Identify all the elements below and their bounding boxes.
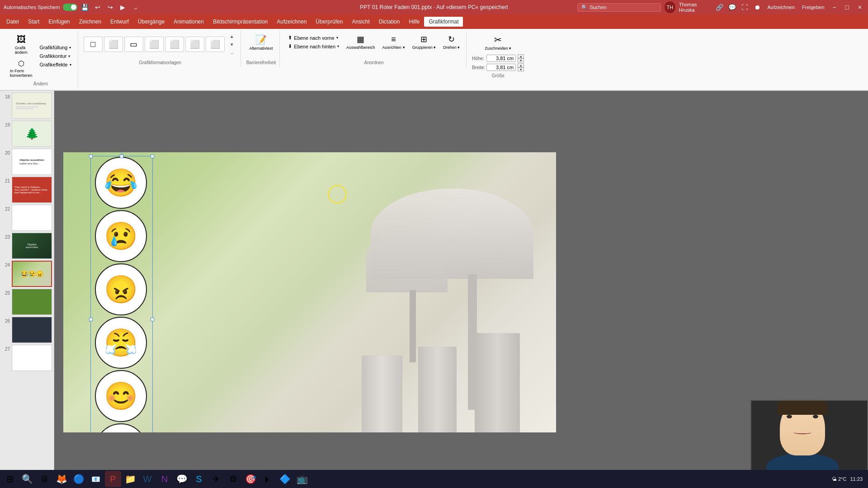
taskbar-outlook-icon[interactable]: 📧	[88, 471, 104, 487]
user-icon[interactable]: TH	[665, 1, 675, 13]
emoji-stack-container[interactable]: 😂 😢 😠 😤 😊 ☺	[90, 157, 154, 432]
ausrichten-btn[interactable]: ≡ Ausrichten ▾	[380, 33, 408, 52]
width-input[interactable]	[486, 64, 516, 71]
zuschneiden-btn[interactable]: ✂ Zuschneiden ▾	[482, 33, 514, 52]
present-icon[interactable]: ▶	[118, 2, 128, 12]
group-groesse: ✂ Zuschneiden ▾ Höhe: ▲ ▼ Breite:	[468, 31, 528, 80]
close-btn[interactable]: ×	[855, 2, 864, 12]
taskbar-firefox-icon[interactable]: 🦊	[53, 471, 70, 487]
save-icon[interactable]: 💾	[80, 2, 90, 12]
taskbar-search-btn[interactable]: 🔍	[19, 471, 35, 487]
shape-presets: □ ⬜ ▭ ⬜ ⬜ ⬜ ⬜ ▲ ▼ ⌵	[84, 33, 237, 56]
slide-thumb-19[interactable]: 19 🌲	[2, 121, 52, 147]
height-up[interactable]: ▲	[518, 54, 524, 58]
shape-4[interactable]: ⬜	[145, 37, 164, 52]
eye-left	[787, 415, 792, 418]
shapes-down-btn[interactable]: ▼	[227, 41, 237, 48]
slide-panel[interactable]: 18 Schreib- und Leseübung 19 🌲 20 Objekt…	[0, 91, 54, 488]
menu-entwurf[interactable]: Entwurf	[106, 17, 133, 27]
slide-thumb-18[interactable]: 18 Schreib- und Leseübung	[2, 93, 52, 119]
taskbar-onenote-icon[interactable]: N	[156, 471, 173, 487]
undo-icon[interactable]: ↩	[93, 2, 103, 12]
menu-datei[interactable]: Datei	[2, 17, 24, 27]
lantern-small	[366, 234, 448, 292]
freigeben-label[interactable]: Freigeben	[800, 2, 826, 12]
menu-hilfe[interactable]: Hilfe	[404, 17, 424, 27]
taskbar-app9-icon[interactable]: 📺	[294, 471, 310, 487]
shape-3[interactable]: ▭	[124, 37, 143, 52]
width-spinner[interactable]: ▲ ▼	[518, 63, 524, 71]
comment-icon[interactable]: 💬	[727, 2, 736, 12]
search-box[interactable]: 🔍 Suchen	[577, 3, 661, 12]
grafikeffekte-btn[interactable]: Grafikeffekte ▾	[37, 61, 74, 68]
height-down[interactable]: ▼	[518, 58, 524, 62]
grafik-aendern-btn[interactable]: 🖼 Grafikändern	[7, 33, 35, 56]
menu-aufzeichnen[interactable]: Aufzeichnen	[272, 17, 311, 27]
grafikfuellung-btn[interactable]: Grafikfüllung ▾	[37, 44, 74, 51]
slide-thumb-26[interactable]: 26	[2, 317, 52, 343]
shapes-up-btn[interactable]: ▲	[227, 33, 237, 40]
taskbar-task-view-btn[interactable]: 🖥	[36, 471, 52, 487]
menu-ansicht[interactable]: Ansicht	[347, 17, 374, 27]
slide-thumb-21[interactable]: 21 They went to Sahara... You couldn't, …	[2, 177, 52, 203]
height-input[interactable]	[486, 55, 516, 62]
taskbar-skype-icon[interactable]: S	[191, 471, 207, 487]
width-down[interactable]: ▼	[518, 67, 524, 71]
menu-animationen[interactable]: Animationen	[169, 17, 208, 27]
taskbar-app8-icon[interactable]: 🔷	[277, 471, 293, 487]
shape-1[interactable]: □	[84, 37, 103, 52]
drehen-btn[interactable]: ↻ Drehen ▾	[440, 33, 462, 52]
menu-ueberpruefen[interactable]: Überprüfen	[311, 17, 347, 27]
shape-5[interactable]: ⬜	[165, 37, 184, 52]
slide-thumb-27[interactable]: 27	[2, 345, 52, 371]
width-up[interactable]: ▲	[518, 63, 524, 67]
slide-thumb-23[interactable]: 23 Objekte ausrichten	[2, 233, 52, 259]
aufzeichnen-label[interactable]: Aufzeichnen	[766, 2, 797, 12]
alternativtext-btn[interactable]: 📝 Alternativtext	[246, 33, 275, 52]
height-spinner[interactable]: ▲ ▼	[518, 54, 524, 62]
menu-uebergaenge[interactable]: Übergänge	[133, 17, 169, 27]
minimize-btn[interactable]: −	[830, 2, 839, 12]
ebene-hinten-btn[interactable]: ⬇ Ebene nach hinten ▾	[285, 42, 342, 50]
share-icon[interactable]: 🔗	[715, 2, 724, 12]
taskbar-folder-icon[interactable]: 📁	[122, 471, 138, 487]
shape-2[interactable]: ⬜	[104, 37, 123, 52]
canvas-area[interactable]: 😂 😢 😠 😤 😊 ☺	[54, 91, 868, 488]
gruppieren-btn[interactable]: ⊞ Gruppieren ▾	[410, 33, 439, 52]
taskbar-windows-btn[interactable]: ⊞	[2, 471, 18, 487]
taskbar-app5-icon[interactable]: ⚙	[225, 471, 241, 487]
maximize-btn[interactable]: □	[843, 2, 852, 12]
slide-thumb-24[interactable]: 24 😂😢😠	[2, 261, 52, 287]
ebene-vorne-btn[interactable]: ⬆ Ebene nach vorne ▾	[285, 34, 342, 42]
search-icon: 🔍	[581, 5, 588, 10]
shape-7[interactable]: ⬜	[206, 37, 225, 52]
slide-thumb-25[interactable]: 25	[2, 289, 52, 315]
shapes-expand-btn[interactable]: ⌵	[227, 49, 237, 56]
auswahlbereich-btn[interactable]: ▦ Auswahlbereich	[344, 33, 378, 52]
grafikkontur-btn[interactable]: Grafikkontur ▾	[37, 52, 74, 60]
menu-bildschirm[interactable]: Bildschirmpräsentation	[208, 17, 272, 27]
in-form-konvertieren-btn[interactable]: ⬡ In Formkonvertieren	[7, 57, 35, 80]
slide-thumb-22[interactable]: 22	[2, 205, 52, 231]
taskbar-word-icon[interactable]: W	[139, 471, 156, 487]
menu-grafikformat[interactable]: Grafikformat	[424, 17, 463, 27]
customize-icon[interactable]: ⌵	[131, 2, 141, 12]
menu-zeichnen[interactable]: Zeichnen	[75, 17, 106, 27]
record-icon[interactable]: ⏺	[753, 2, 762, 12]
group-groesse-label: Größe	[492, 71, 505, 78]
menu-einfuegen[interactable]: Einfügen	[44, 17, 74, 27]
autosave-toggle[interactable]	[63, 4, 77, 11]
taskbar-teams-icon[interactable]: 💬	[174, 471, 190, 487]
taskbar-app6-icon[interactable]: 🎯	[242, 471, 259, 487]
shape-6[interactable]: ⬜	[185, 37, 204, 52]
menu-start[interactable]: Start	[24, 17, 44, 27]
pillar-3	[362, 356, 402, 432]
menu-dictation[interactable]: Dictation	[374, 17, 405, 27]
taskbar-chrome-icon[interactable]: 🔵	[71, 471, 87, 487]
taskbar-telegram-icon[interactable]: ✈	[208, 471, 224, 487]
present-mode-icon[interactable]: ⛶	[740, 2, 749, 12]
taskbar-app7-icon[interactable]: ⏵	[259, 471, 276, 487]
taskbar-powerpoint-icon[interactable]: P	[105, 471, 121, 487]
redo-icon[interactable]: ↪	[105, 2, 115, 12]
slide-thumb-20[interactable]: 20 Objekte auswählen wähle eine Box	[2, 149, 52, 175]
